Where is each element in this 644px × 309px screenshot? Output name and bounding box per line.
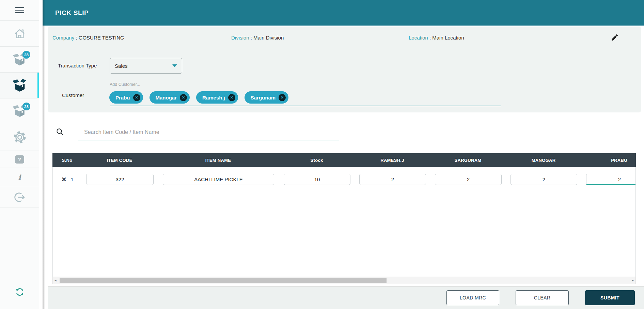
item-name-input[interactable]: [163, 174, 274, 185]
customer-chip[interactable]: Prabu✕: [109, 91, 143, 104]
count-badge: 28: [22, 103, 30, 110]
header-card: Company : GOSURE TESTING Division : Main…: [48, 27, 641, 112]
qty-input-manogar[interactable]: [511, 174, 577, 185]
customer-chip-label: Ramesh.j: [202, 95, 225, 101]
count-badge: 28: [22, 51, 30, 59]
company-label: Company: [52, 35, 74, 41]
sidebar-item-pick-slip[interactable]: [0, 73, 39, 98]
location-value: Main Location: [432, 35, 464, 41]
sidebar-item-logout[interactable]: [0, 187, 39, 207]
customer-chip-label: Prabu: [115, 95, 130, 101]
chip-remove-icon[interactable]: ✕: [133, 94, 140, 101]
transaction-type-select[interactable]: Sales: [110, 58, 182, 74]
sidebar-item-settings[interactable]: [0, 124, 39, 151]
footer-action-bar: LOAD MRC CLEAR SUBMIT: [48, 286, 644, 309]
customer-chip-row: Prabu✕ Manogar✕ Ramesh.j✕ Sargunam✕: [109, 91, 288, 104]
qty-input-ramesh[interactable]: [359, 174, 426, 185]
customer-label: Customer: [62, 92, 84, 98]
division-value: Main Division: [253, 35, 284, 41]
column-header-ramesh: RAMESH.J: [355, 153, 430, 167]
hamburger-icon: [15, 7, 24, 13]
load-mrc-button[interactable]: LOAD MRC: [446, 290, 499, 305]
home-icon: [13, 27, 27, 40]
sidebar-item-help[interactable]: ?: [0, 151, 39, 168]
submit-button[interactable]: SUBMIT: [585, 290, 635, 305]
column-header-sno: S.No: [52, 153, 82, 167]
customer-chip-label: Sargunam: [251, 95, 276, 101]
column-header-stock: Stock: [279, 153, 355, 167]
item-search-input[interactable]: [78, 126, 339, 140]
column-header-item-name: ITEM NAME: [157, 153, 279, 167]
refresh-icon: [14, 287, 25, 297]
customer-chip-label: Manogar: [156, 95, 177, 101]
clear-button[interactable]: CLEAR: [516, 290, 569, 305]
chip-remove-icon[interactable]: ✕: [279, 94, 286, 101]
sidebar-item-about[interactable]: i: [0, 168, 39, 187]
main-content: PICK SLIP Company : GOSURE TESTING Divis…: [43, 0, 644, 309]
location-info: Location : Main Location: [409, 35, 464, 41]
division-label: Division: [231, 35, 249, 41]
chip-remove-icon[interactable]: ✕: [180, 94, 187, 101]
table-body: ✕ 1: [52, 167, 636, 277]
search-icon: [56, 127, 64, 136]
divider: [52, 46, 637, 46]
column-header-prabu: PRABU: [581, 153, 636, 167]
qty-input-sargunam[interactable]: [435, 174, 502, 185]
scroll-left-arrow[interactable]: ◄: [53, 277, 58, 284]
customer-chip[interactable]: Sargunam✕: [245, 91, 288, 104]
separator: :: [74, 35, 79, 41]
company-info-row: Company : GOSURE TESTING Division : Main…: [48, 27, 641, 46]
sidebar-item-inward[interactable]: 28: [0, 47, 39, 73]
edit-icon[interactable]: [611, 33, 619, 42]
column-header-manogar: MANOGAR: [506, 153, 581, 167]
menu-toggle-button[interactable]: [0, 0, 39, 21]
row-serial-number: 1: [70, 176, 73, 182]
gear-icon: [12, 130, 27, 145]
sidebar-item-outward[interactable]: 28: [0, 98, 39, 124]
table-header: S.No ITEM CODE ITEM NAME Stock RAMESH.J …: [52, 153, 636, 167]
row-delete-icon[interactable]: ✕: [61, 176, 66, 183]
company-info: Company : GOSURE TESTING: [52, 35, 124, 41]
company-value: GOSURE TESTING: [79, 35, 124, 41]
items-table: S.No ITEM CODE ITEM NAME Stock RAMESH.J …: [52, 153, 636, 284]
column-header-item-code: ITEM CODE: [82, 153, 157, 167]
scrollbar-thumb[interactable]: [60, 278, 387, 283]
separator: :: [428, 35, 433, 41]
stock-input[interactable]: [284, 174, 350, 185]
table-row: ✕ 1: [53, 174, 636, 185]
active-indicator: [37, 73, 39, 98]
item-code-input[interactable]: [86, 174, 154, 185]
location-label: Location: [409, 35, 428, 41]
division-info: Division : Main Division: [231, 35, 284, 41]
chip-remove-icon[interactable]: ✕: [228, 94, 235, 101]
horizontal-scrollbar[interactable]: ◄ ►: [52, 277, 636, 284]
sidebar: 28 28 ? i: [0, 0, 39, 309]
item-search-row: [43, 126, 644, 142]
customer-chip[interactable]: Manogar✕: [150, 91, 190, 104]
page-title: PICK SLIP: [55, 9, 89, 17]
customer-field-underline: [110, 106, 501, 106]
help-glyph: ?: [18, 156, 21, 162]
chevron-down-icon: [172, 64, 177, 67]
qty-input-prabu[interactable]: [586, 174, 636, 185]
refresh-button[interactable]: [0, 287, 39, 297]
help-icon: ?: [15, 155, 24, 164]
open-box-dark-icon: [12, 78, 28, 93]
info-icon: i: [18, 173, 21, 182]
logout-icon: [13, 190, 27, 204]
scroll-right-arrow[interactable]: ►: [630, 277, 635, 284]
transaction-type-value: Sales: [115, 63, 128, 69]
search-field: [78, 126, 339, 140]
separator: :: [249, 35, 254, 41]
add-customer-input[interactable]: [110, 81, 219, 88]
column-header-sargunam: SARGUNAM: [430, 153, 506, 167]
transaction-type-label: Transaction Type: [58, 63, 97, 68]
customer-chip[interactable]: Ramesh.j✕: [196, 91, 238, 104]
sidebar-item-home[interactable]: [0, 21, 39, 47]
appbar: PICK SLIP: [43, 0, 644, 26]
